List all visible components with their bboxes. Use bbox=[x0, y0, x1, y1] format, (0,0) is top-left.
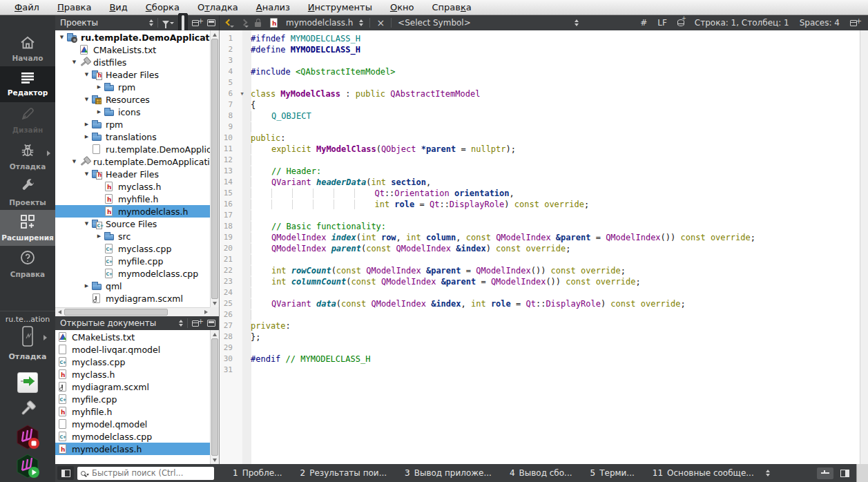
tree-row[interactable]: ▶translations bbox=[55, 131, 210, 143]
code-line[interactable]: 11 explicit MyModelClass(QObject *parent… bbox=[220, 144, 860, 155]
filter-icon[interactable] bbox=[162, 21, 174, 25]
tree-row[interactable]: ▼Header Files bbox=[55, 168, 210, 180]
cursor-position[interactable]: Строка: 1, Столбец: 1 bbox=[695, 18, 789, 28]
tree-row[interactable]: ▼Header Files bbox=[55, 68, 210, 81]
open-document-row[interactable]: mymodelclass.cpp bbox=[55, 430, 210, 443]
code-line[interactable]: 9 bbox=[220, 122, 860, 133]
tree-row[interactable]: CMakeLists.txt bbox=[55, 44, 210, 56]
tree-row[interactable]: ▶icons bbox=[55, 106, 210, 118]
mode-help[interactable]: Справка bbox=[0, 246, 55, 282]
tree-row[interactable]: ▼ru.template.DemoApplicatio bbox=[55, 31, 210, 44]
code-line[interactable]: 8 Q_OBJECT bbox=[220, 110, 860, 122]
tree-row[interactable]: ▼distfiles bbox=[55, 56, 210, 68]
symbol-selector[interactable]: <Select Symbol> bbox=[398, 18, 579, 28]
pane-title[interactable]: Проекты bbox=[60, 18, 145, 28]
tree-row[interactable]: ru.template.DemoApplicat bbox=[55, 143, 210, 155]
open-document-row[interactable]: myclass.h bbox=[55, 368, 210, 380]
output-pane-button[interactable]: 5Терми... bbox=[581, 468, 644, 478]
emulator-run-button[interactable] bbox=[15, 453, 40, 479]
tree-row[interactable]: ▶rpm bbox=[55, 118, 210, 131]
expand-arrow-icon[interactable]: ▼ bbox=[82, 218, 91, 230]
code-line[interactable]: 2#define MYMODELCLASS_H bbox=[220, 44, 860, 55]
menu-item[interactable]: Файл bbox=[6, 1, 48, 14]
tree-row[interactable]: ▶rpm bbox=[55, 81, 210, 93]
mode-extensions[interactable]: Расширения bbox=[0, 210, 55, 246]
menu-item[interactable]: Отладка bbox=[189, 1, 247, 14]
scroll-up-icon[interactable] bbox=[211, 330, 219, 338]
tree-row[interactable]: ▶qml bbox=[55, 280, 210, 292]
open-document-row[interactable]: myfile.cpp bbox=[55, 393, 210, 405]
fold-marker-icon[interactable]: ▼ bbox=[238, 88, 247, 99]
code-line[interactable]: 14 QVariant headerData(int section, bbox=[220, 177, 860, 188]
tree-row[interactable]: ▼Resources bbox=[55, 93, 210, 106]
expand-arrow-icon[interactable]: ▼ bbox=[82, 168, 91, 180]
line-ending-button[interactable]: LF bbox=[657, 18, 667, 28]
documents-vertical-scrollbar[interactable] bbox=[210, 330, 219, 464]
indentation-setting[interactable]: Spaces: 4 bbox=[800, 18, 840, 28]
code-line[interactable]: 24 bbox=[220, 287, 860, 298]
menu-item[interactable]: Правка bbox=[48, 1, 100, 14]
scroll-up-icon[interactable] bbox=[211, 30, 219, 39]
build-progress-button[interactable] bbox=[817, 467, 833, 479]
code-line[interactable]: 1#ifndef MYMODELCLASS_H bbox=[220, 33, 860, 44]
tree-row[interactable]: ▼ru.template.DemoApplication bbox=[55, 155, 210, 168]
build-button[interactable] bbox=[17, 401, 38, 421]
output-pane-button[interactable]: 3Вывод приложе... bbox=[396, 468, 501, 478]
code-line[interactable]: 29 bbox=[220, 343, 860, 354]
document-name[interactable]: mymodelclass.h bbox=[286, 18, 353, 28]
code-line[interactable]: 26 bbox=[220, 309, 860, 320]
editor-scrollbar[interactable] bbox=[860, 30, 868, 464]
menu-item[interactable]: Окно bbox=[381, 1, 423, 14]
tree-row[interactable]: ▼Source Files bbox=[55, 218, 210, 230]
tree-row[interactable]: mymodelclass.cpp bbox=[55, 267, 210, 280]
output-pane-button[interactable]: 1Пробле... bbox=[224, 468, 291, 478]
tree-row[interactable]: mymodelclass.h bbox=[55, 205, 210, 218]
open-document-row[interactable]: mymodel.qmodel bbox=[55, 418, 210, 430]
toggle-right-sidebar-button[interactable] bbox=[840, 470, 849, 477]
expand-arrow-icon[interactable]: ▼ bbox=[82, 68, 91, 81]
search-input[interactable] bbox=[90, 467, 211, 479]
expand-arrow-icon[interactable]: ▼ bbox=[70, 155, 79, 168]
close-pane-icon[interactable] bbox=[207, 320, 215, 327]
expand-arrow-icon[interactable]: ▼ bbox=[57, 31, 66, 44]
open-document-row[interactable]: model-livqar.qmodel bbox=[55, 343, 210, 356]
scroll-down-icon[interactable] bbox=[211, 299, 219, 307]
code-line[interactable]: 7{ bbox=[220, 99, 860, 110]
split-pane-icon[interactable] bbox=[192, 320, 199, 327]
menu-item[interactable]: Вид bbox=[100, 1, 136, 14]
tree-row[interactable]: myclass.cpp bbox=[55, 242, 210, 255]
code-line[interactable]: 21 bbox=[220, 254, 860, 265]
output-pane-button[interactable]: 4Вывод сбо... bbox=[501, 468, 581, 478]
scrollbar-thumb[interactable] bbox=[211, 338, 218, 456]
code-line[interactable]: 4#include <QAbstractItemModel> bbox=[220, 66, 860, 77]
scrollbar-thumb[interactable] bbox=[64, 309, 168, 316]
emulator-stop-button[interactable] bbox=[15, 424, 40, 450]
code-line[interactable]: 13 // Header: bbox=[220, 166, 860, 177]
scroll-right-icon[interactable] bbox=[202, 308, 210, 316]
code-line[interactable]: 28}; bbox=[220, 331, 860, 343]
locator-search[interactable] bbox=[77, 467, 214, 480]
menu-item[interactable]: Анализ bbox=[247, 1, 299, 14]
toggle-left-sidebar-button[interactable] bbox=[57, 466, 74, 480]
code-line[interactable]: 22 int rowCount(const QModelIndex &paren… bbox=[220, 265, 860, 276]
expand-arrow-icon[interactable]: ▶ bbox=[95, 106, 104, 118]
pane-title[interactable]: Открытые документы bbox=[60, 318, 175, 328]
output-panes-spinner-icon[interactable] bbox=[766, 470, 770, 476]
menu-item[interactable]: Справка bbox=[423, 1, 480, 14]
code-line[interactable]: 10public: bbox=[220, 133, 860, 144]
code-line[interactable]: 31 bbox=[220, 365, 860, 376]
code-line[interactable]: 6▼class MyModelClass : public QAbstractI… bbox=[220, 88, 860, 99]
open-document-row[interactable]: mymodelclass.h bbox=[55, 443, 210, 455]
mode-projects[interactable]: Проекты bbox=[0, 174, 55, 210]
split-editor-icon[interactable] bbox=[850, 20, 857, 26]
code-line[interactable]: 5 bbox=[220, 77, 860, 88]
scroll-left-icon[interactable] bbox=[55, 308, 64, 316]
open-document-row[interactable]: myhfile.h bbox=[55, 405, 210, 418]
menu-item[interactable]: Сборка bbox=[137, 1, 189, 14]
code-line[interactable]: 15 Qt::Orientation orientation, bbox=[220, 188, 860, 199]
scroll-down-icon[interactable] bbox=[211, 456, 219, 464]
tree-row[interactable]: myhfile.h bbox=[55, 193, 210, 205]
output-pane-button[interactable]: 2Результаты пои... bbox=[291, 468, 396, 478]
code-line[interactable]: 27private: bbox=[220, 320, 860, 331]
open-document-row[interactable]: mydiagram.scxml bbox=[55, 380, 210, 393]
